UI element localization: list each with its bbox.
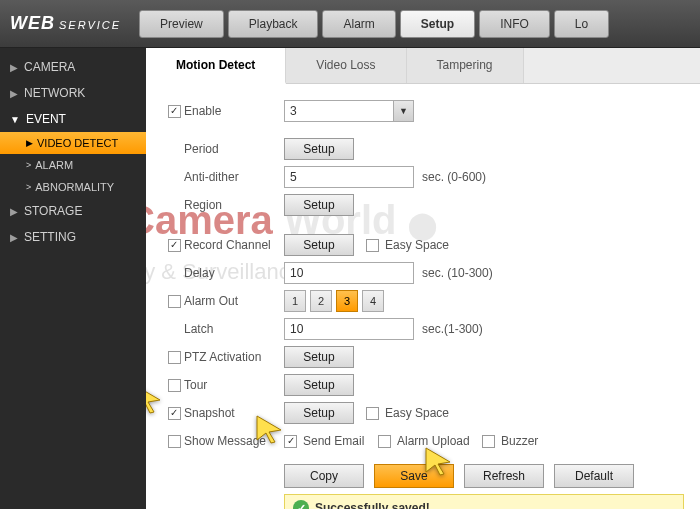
- tab-alarm[interactable]: Alarm: [322, 10, 395, 38]
- tab-logout[interactable]: Lo: [554, 10, 609, 38]
- latch-unit: sec.(1-300): [422, 322, 483, 336]
- enable-label: Enable: [184, 104, 284, 118]
- alarm-upload-label: Alarm Upload: [397, 434, 482, 448]
- anti-dither-label: Anti-dither: [184, 170, 284, 184]
- alarm-out-channels: 1 2 3 4: [284, 290, 384, 312]
- sidebar-item-network[interactable]: ▶NETWORK: [0, 80, 146, 106]
- delay-label: Delay: [184, 266, 284, 280]
- logo: WEBSERVICE: [10, 13, 121, 34]
- sidebar-item-label: SETTING: [24, 230, 76, 244]
- tab-preview[interactable]: Preview: [139, 10, 224, 38]
- chevron-right-icon: >: [26, 160, 31, 170]
- sidebar-item-label: ALARM: [35, 159, 73, 171]
- record-channel-checkbox[interactable]: [168, 239, 181, 252]
- latch-input[interactable]: 10: [284, 318, 414, 340]
- sidebar-item-storage[interactable]: ▶STORAGE: [0, 198, 146, 224]
- toast-text: Successfully saved!: [315, 501, 430, 509]
- topbar: WEBSERVICE Preview Playback Alarm Setup …: [0, 0, 700, 48]
- delay-unit: sec. (10-300): [422, 266, 493, 280]
- nav-tabs: Preview Playback Alarm Setup INFO Lo: [139, 10, 609, 38]
- sidebar-item-video-detect[interactable]: ▶VIDEO DETECT: [0, 132, 146, 154]
- refresh-button[interactable]: Refresh: [464, 464, 544, 488]
- logo-main: WEB: [10, 13, 55, 33]
- chevron-right-icon: ▶: [26, 138, 33, 148]
- snapshot-label: Snapshot: [184, 406, 284, 420]
- anti-dither-input[interactable]: 5: [284, 166, 414, 188]
- latch-label: Latch: [184, 322, 284, 336]
- chevron-down-icon[interactable]: ▼: [393, 101, 413, 121]
- tab-playback[interactable]: Playback: [228, 10, 319, 38]
- sidebar: ▶CAMERA ▶NETWORK ▼EVENT ▶VIDEO DETECT >A…: [0, 48, 146, 509]
- pointer-icon: [146, 384, 164, 414]
- show-message-checkbox[interactable]: [168, 435, 181, 448]
- chevron-right-icon: ▶: [10, 88, 18, 99]
- subtab-motion-detect[interactable]: Motion Detect: [146, 48, 286, 84]
- tab-info[interactable]: INFO: [479, 10, 550, 38]
- sidebar-item-event[interactable]: ▼EVENT: [0, 106, 146, 132]
- easy-space-checkbox-2[interactable]: [366, 407, 379, 420]
- chevron-right-icon: ▶: [10, 232, 18, 243]
- alarm-out-label: Alarm Out: [184, 294, 284, 308]
- chevron-down-icon: ▼: [10, 114, 20, 125]
- default-button[interactable]: Default: [554, 464, 634, 488]
- chevron-right-icon: ▶: [10, 62, 18, 73]
- sidebar-item-setting[interactable]: ▶SETTING: [0, 224, 146, 250]
- form: Enable 3 ▼ Period Setup Anti-dither 5 se…: [146, 84, 700, 509]
- easy-space-label-2: Easy Space: [385, 406, 449, 420]
- copy-button[interactable]: Copy: [284, 464, 364, 488]
- channel-2-button[interactable]: 2: [310, 290, 332, 312]
- tour-checkbox[interactable]: [168, 379, 181, 392]
- subtab-tampering[interactable]: Tampering: [407, 48, 524, 83]
- delay-input[interactable]: 10: [284, 262, 414, 284]
- sidebar-item-alarm[interactable]: >ALARM: [0, 154, 146, 176]
- anti-dither-unit: sec. (0-600): [422, 170, 486, 184]
- sidebar-item-label: STORAGE: [24, 204, 82, 218]
- chevron-right-icon: ▶: [10, 206, 18, 217]
- enable-checkbox[interactable]: [168, 105, 181, 118]
- sidebar-item-abnormality[interactable]: >ABNORMALITY: [0, 176, 146, 198]
- send-email-checkbox[interactable]: [284, 435, 297, 448]
- subtab-video-loss[interactable]: Video Loss: [286, 48, 406, 83]
- period-setup-button[interactable]: Setup: [284, 138, 354, 160]
- send-email-label: Send Email: [303, 434, 378, 448]
- sidebar-item-label: VIDEO DETECT: [37, 137, 118, 149]
- footer-buttons: Copy Save Refresh Default: [284, 464, 690, 488]
- easy-space-label: Easy Space: [385, 238, 449, 252]
- ptz-setup-button[interactable]: Setup: [284, 346, 354, 368]
- channel-3-button[interactable]: 3: [336, 290, 358, 312]
- buzzer-label: Buzzer: [501, 434, 538, 448]
- tour-label: Tour: [184, 378, 284, 392]
- alarm-out-checkbox[interactable]: [168, 295, 181, 308]
- enable-value: 3: [290, 104, 297, 118]
- record-channel-label: Record Channel: [184, 238, 284, 252]
- snapshot-setup-button[interactable]: Setup: [284, 402, 354, 424]
- easy-space-checkbox[interactable]: [366, 239, 379, 252]
- sub-tabs: Motion Detect Video Loss Tampering: [146, 48, 700, 84]
- tour-setup-button[interactable]: Setup: [284, 374, 354, 396]
- content: CCTV Camera World ⬤ Expert Security & Su…: [146, 48, 700, 509]
- sidebar-item-camera[interactable]: ▶CAMERA: [0, 54, 146, 80]
- svg-marker-0: [146, 386, 160, 413]
- region-label: Region: [184, 198, 284, 212]
- region-setup-button[interactable]: Setup: [284, 194, 354, 216]
- sidebar-item-label: ABNORMALITY: [35, 181, 114, 193]
- record-channel-setup-button[interactable]: Setup: [284, 234, 354, 256]
- sidebar-item-label: EVENT: [26, 112, 66, 126]
- alarm-upload-checkbox[interactable]: [378, 435, 391, 448]
- channel-1-button[interactable]: 1: [284, 290, 306, 312]
- success-icon: ✓: [293, 500, 309, 509]
- period-label: Period: [184, 142, 284, 156]
- snapshot-checkbox[interactable]: [168, 407, 181, 420]
- tab-setup[interactable]: Setup: [400, 10, 475, 38]
- save-button[interactable]: Save: [374, 464, 454, 488]
- enable-select[interactable]: 3 ▼: [284, 100, 414, 122]
- ptz-label: PTZ Activation: [184, 350, 284, 364]
- channel-4-button[interactable]: 4: [362, 290, 384, 312]
- sidebar-item-label: NETWORK: [24, 86, 85, 100]
- toast: ✓ Successfully saved!: [284, 494, 684, 509]
- sidebar-item-label: CAMERA: [24, 60, 75, 74]
- ptz-checkbox[interactable]: [168, 351, 181, 364]
- body: ▶CAMERA ▶NETWORK ▼EVENT ▶VIDEO DETECT >A…: [0, 48, 700, 509]
- buzzer-checkbox[interactable]: [482, 435, 495, 448]
- show-message-label: Show Message: [184, 434, 284, 448]
